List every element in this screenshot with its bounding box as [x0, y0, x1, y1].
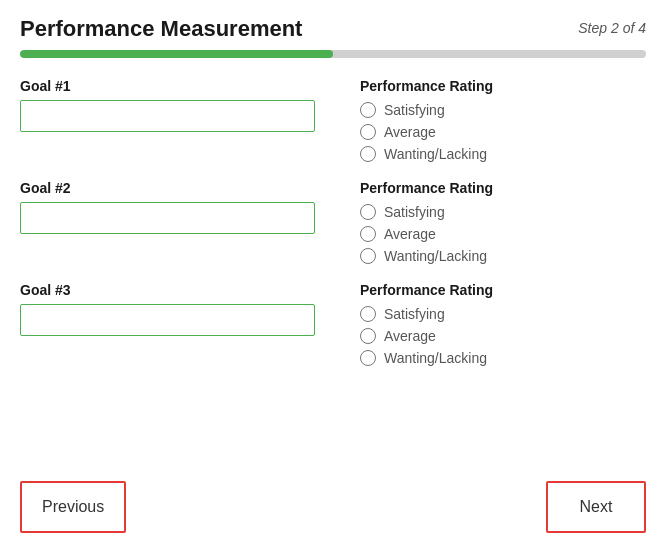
page-title: Performance Measurement: [20, 16, 302, 42]
radio-label-1-1: Satisfying: [384, 102, 445, 118]
radio-1-3[interactable]: [360, 146, 376, 162]
radio-2-3[interactable]: [360, 248, 376, 264]
radio-3-3[interactable]: [360, 350, 376, 366]
radio-item-2-2[interactable]: Average: [360, 226, 493, 242]
radio-item-1-3[interactable]: Wanting/Lacking: [360, 146, 493, 162]
radio-item-1-2[interactable]: Average: [360, 124, 493, 140]
radio-label-3-1: Satisfying: [384, 306, 445, 322]
goal-left-2: Goal #2: [20, 180, 340, 264]
step-indicator: Step 2 of 4: [578, 20, 646, 36]
radio-group-1: SatisfyingAverageWanting/Lacking: [360, 102, 493, 162]
previous-button[interactable]: Previous: [20, 481, 126, 533]
page-container: Performance Measurement Step 2 of 4 Goal…: [0, 0, 666, 549]
next-button[interactable]: Next: [546, 481, 646, 533]
radio-label-2-1: Satisfying: [384, 204, 445, 220]
radio-2-1[interactable]: [360, 204, 376, 220]
goal-right-3: Performance RatingSatisfyingAverageWanti…: [360, 282, 493, 366]
goal-input-2[interactable]: [20, 202, 315, 234]
goals-section: Goal #1Performance RatingSatisfyingAvera…: [20, 78, 646, 471]
goal-label-3: Goal #3: [20, 282, 340, 298]
goal-label-1: Goal #1: [20, 78, 340, 94]
rating-label-2: Performance Rating: [360, 180, 493, 196]
goal-block-1: Goal #1Performance RatingSatisfyingAvera…: [20, 78, 646, 162]
goal-input-3[interactable]: [20, 304, 315, 336]
radio-1-2[interactable]: [360, 124, 376, 140]
radio-item-2-3[interactable]: Wanting/Lacking: [360, 248, 493, 264]
progress-bar-container: [20, 50, 646, 58]
rating-label-1: Performance Rating: [360, 78, 493, 94]
radio-label-1-2: Average: [384, 124, 436, 140]
header-row: Performance Measurement Step 2 of 4: [20, 16, 646, 42]
goal-left-1: Goal #1: [20, 78, 340, 162]
goal-block-2: Goal #2Performance RatingSatisfyingAvera…: [20, 180, 646, 264]
radio-3-1[interactable]: [360, 306, 376, 322]
goal-block-3: Goal #3Performance RatingSatisfyingAvera…: [20, 282, 646, 366]
radio-item-1-1[interactable]: Satisfying: [360, 102, 493, 118]
radio-item-3-1[interactable]: Satisfying: [360, 306, 493, 322]
footer-row: Previous Next: [20, 471, 646, 533]
rating-label-3: Performance Rating: [360, 282, 493, 298]
progress-bar-fill: [20, 50, 333, 58]
goal-input-1[interactable]: [20, 100, 315, 132]
goal-right-1: Performance RatingSatisfyingAverageWanti…: [360, 78, 493, 162]
radio-item-3-3[interactable]: Wanting/Lacking: [360, 350, 493, 366]
radio-group-2: SatisfyingAverageWanting/Lacking: [360, 204, 493, 264]
radio-item-2-1[interactable]: Satisfying: [360, 204, 493, 220]
goal-right-2: Performance RatingSatisfyingAverageWanti…: [360, 180, 493, 264]
radio-label-3-2: Average: [384, 328, 436, 344]
radio-1-1[interactable]: [360, 102, 376, 118]
radio-2-2[interactable]: [360, 226, 376, 242]
radio-group-3: SatisfyingAverageWanting/Lacking: [360, 306, 493, 366]
radio-item-3-2[interactable]: Average: [360, 328, 493, 344]
radio-label-2-3: Wanting/Lacking: [384, 248, 487, 264]
radio-label-1-3: Wanting/Lacking: [384, 146, 487, 162]
radio-label-3-3: Wanting/Lacking: [384, 350, 487, 366]
radio-label-2-2: Average: [384, 226, 436, 242]
goal-label-2: Goal #2: [20, 180, 340, 196]
radio-3-2[interactable]: [360, 328, 376, 344]
goal-left-3: Goal #3: [20, 282, 340, 366]
